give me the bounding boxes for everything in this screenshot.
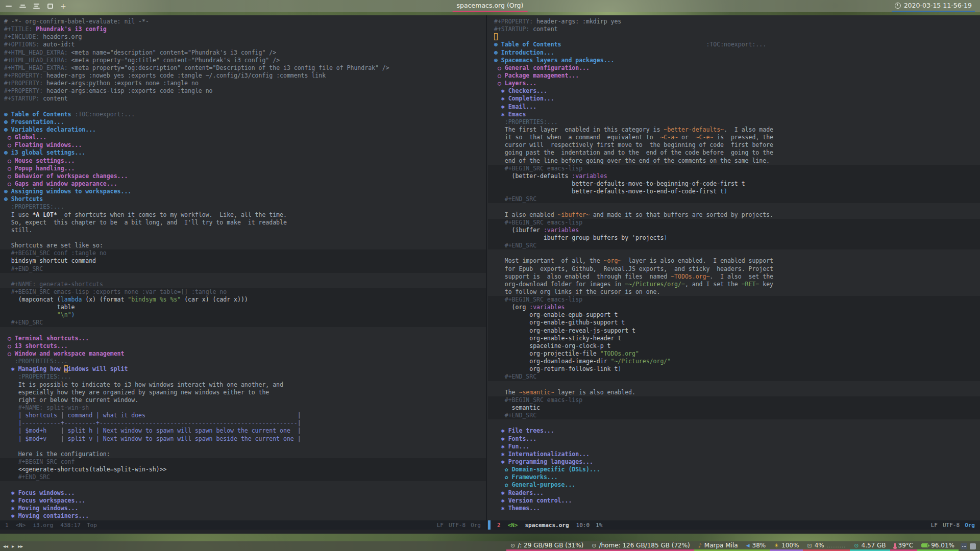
- buffer-line: ⊛ Variables declaration...: [4, 126, 486, 134]
- buffer-line: semantic: [488, 404, 980, 412]
- buffer-line: ✱ Programming languages...: [494, 458, 980, 466]
- workspace-2-icon[interactable]: [19, 0, 26, 12]
- buffer-line: ⊛ Assigning windows to workspaces...: [4, 188, 486, 195]
- tray-app-icon[interactable]: [970, 543, 976, 549]
- tray-chat-icon[interactable]: [961, 543, 967, 549]
- text-segment: ✱ Readers...: [494, 489, 544, 496]
- text-segment: :variables: [544, 227, 579, 234]
- module-memory[interactable]: ⊙ 4.57 GB: [850, 541, 890, 551]
- buffer-line: I use *A LOT* of shortcuts when it comes…: [4, 211, 486, 219]
- module-music[interactable]: ♪ Marpa Mila: [694, 541, 742, 551]
- module-disk-root[interactable]: ⊙ /: 29 GB/98 GB (31%): [506, 541, 587, 551]
- text-segment: ✱ Programming languages...: [494, 458, 593, 465]
- buffer-line: [4, 103, 486, 111]
- buffer-line: Here is the configuration:: [4, 450, 486, 458]
- cpu-icon: ⊡: [807, 542, 812, 549]
- text-segment: ibuffer-group-buffers-by 'projects: [494, 234, 664, 241]
- text-segment: ⊛ Introduction...: [494, 49, 554, 56]
- text-segment: :PROPERTIES:...: [4, 373, 71, 380]
- next-track-icon[interactable]: ▸▸: [18, 543, 23, 549]
- brightness-icon: ☀: [774, 542, 779, 549]
- text-segment: #+TITLE:: [4, 26, 36, 33]
- text-segment: ⊛ Table of Contents: [4, 111, 75, 118]
- text-segment: for Epub exports, Github, Reveal.JS expo…: [494, 265, 773, 272]
- workspace-switcher: +: [5, 0, 66, 12]
- buffer-line: ⊛ i3 global settings...: [4, 149, 486, 157]
- speaker-icon: ◀: [746, 543, 750, 548]
- major-mode[interactable]: Org: [471, 522, 481, 529]
- module-battery[interactable]: 96.01%: [917, 541, 959, 551]
- text-segment: org-download-image-dir: [494, 358, 610, 365]
- previous-track-icon[interactable]: ◂◂: [3, 543, 8, 549]
- buffer-line: ○ i3 shortcuts...: [4, 342, 486, 350]
- workspace-1-icon[interactable]: [5, 0, 12, 12]
- play-icon[interactable]: ▸: [12, 543, 14, 549]
- active-window-indicator: [488, 520, 491, 530]
- system-tray: [959, 541, 980, 551]
- text-segment: ✿ Domain-specific (DSLs)...: [494, 466, 600, 473]
- cursor-position: 438:17: [60, 522, 81, 529]
- module-cpu[interactable]: ⊡ 4% .........: [803, 541, 850, 551]
- evil-state: <N>: [508, 522, 518, 529]
- text-segment: "\n": [57, 311, 71, 318]
- emacs-frame: # -*- org-confirm-babel-evaluate: nil -*…: [0, 15, 980, 534]
- buffer-line: org-enable-reveal-js-support t: [488, 327, 980, 335]
- buffer-window-i3-org[interactable]: # -*- org-confirm-babel-evaluate: nil -*…: [0, 15, 487, 530]
- text-segment: #+BEGIN_SRC emacs-lisp: [494, 396, 582, 404]
- module-temperature[interactable]: 39°C: [890, 541, 918, 551]
- buffer-content-spacemacs-org[interactable]: #+PROPERTY: header-args: :mkdirp yes#+ST…: [488, 15, 980, 520]
- text-segment: ⊛ Variables declaration...: [4, 126, 96, 133]
- text-segment: #+OPTIONS:: [4, 41, 43, 48]
- text-segment: ~C-e~: [696, 134, 714, 141]
- workspace-3-icon[interactable]: [33, 0, 40, 12]
- buffer-window-spacemacs-org[interactable]: #+PROPERTY: header-args: :mkdirp yes#+ST…: [488, 15, 980, 530]
- buffer-line: ✱ Checkers...: [494, 87, 980, 95]
- buffer-line: especially how they are organized by spa…: [4, 389, 486, 396]
- text-segment: :PROPERTIES:...: [4, 203, 64, 210]
- buffer-line: #+END_SRC: [0, 473, 486, 481]
- text-segment: #+PROPERTY:: [4, 80, 46, 87]
- module-disk-home[interactable]: ⊙ /home: 126 GB/185 GB (72%): [587, 541, 694, 551]
- buffer-line: ⊛ Presentation...: [4, 118, 486, 126]
- text-segment: org-download folder for images in: [494, 281, 625, 288]
- buffer-line: ⊛ Shortcuts: [4, 195, 486, 203]
- buffer-name[interactable]: i3.org: [33, 522, 54, 529]
- bottom-status-bar: ◂◂ ▸ ▸▸ ⊙ /: 29 GB/98 GB (31%) ⊙ /home: …: [0, 541, 980, 551]
- buffer-line: ○ General configuration...: [494, 64, 980, 72]
- workspace-4-icon[interactable]: [46, 0, 54, 12]
- text-segment: ○ Window and workspace management: [4, 350, 124, 357]
- buffer-line: ✱ Email...: [494, 103, 980, 111]
- module-brightness[interactable]: ☀ 100%: [770, 541, 803, 551]
- buffer-line: [494, 33, 980, 41]
- text-segment: It is possible to indicate to i3 how win…: [4, 381, 283, 388]
- disk-root-text: /: 29 GB/98 GB (31%): [518, 542, 583, 549]
- buffer-line: cursor will respectively first move to t…: [494, 141, 980, 149]
- text-segment: #+END_SRC: [494, 412, 536, 419]
- cpu-usage: 4%: [815, 542, 824, 549]
- text-segment: Most important of all, the: [494, 257, 604, 264]
- buffer-line: ✱ Fun...: [494, 443, 980, 450]
- text-segment: it so that when a command equivalent to: [494, 134, 660, 141]
- text-segment: ✱ Emacs: [494, 111, 526, 118]
- buffer-name[interactable]: spacemacs.org: [525, 522, 569, 529]
- text-segment: #+END_SRC: [494, 242, 536, 249]
- buffer-line: [494, 419, 980, 427]
- text-segment: |-----------+---------+-----------------…: [4, 419, 301, 427]
- text-segment: (ibuffer: [494, 227, 544, 234]
- buffer-content-i3-org[interactable]: # -*- org-confirm-babel-evaluate: nil -*…: [0, 15, 486, 520]
- text-segment: ✱ Managing how: [4, 365, 64, 372]
- text-segment: [4, 311, 57, 318]
- text-segment: Here is the configuration:: [4, 450, 110, 458]
- text-segment: #+STARTUP:: [494, 26, 533, 33]
- text-segment: bindsym shortcut command: [4, 257, 96, 264]
- buffer-line: org-projectile-file "TODOs.org": [488, 350, 980, 358]
- text-segment: ~semantic~: [519, 389, 554, 396]
- major-mode[interactable]: Org: [965, 522, 975, 529]
- encoding: UTF-8: [943, 522, 960, 529]
- scroll-position: 1%: [596, 522, 602, 529]
- new-workspace-button[interactable]: +: [60, 0, 66, 12]
- buffer-line: ✱ File trees...: [494, 427, 980, 435]
- buffer-line: The ~semantic~ layer is also enabled.: [494, 389, 980, 396]
- module-volume[interactable]: ◀ 38%: [742, 541, 770, 551]
- buffer-line: It is possible to indicate to i3 how win…: [4, 381, 486, 389]
